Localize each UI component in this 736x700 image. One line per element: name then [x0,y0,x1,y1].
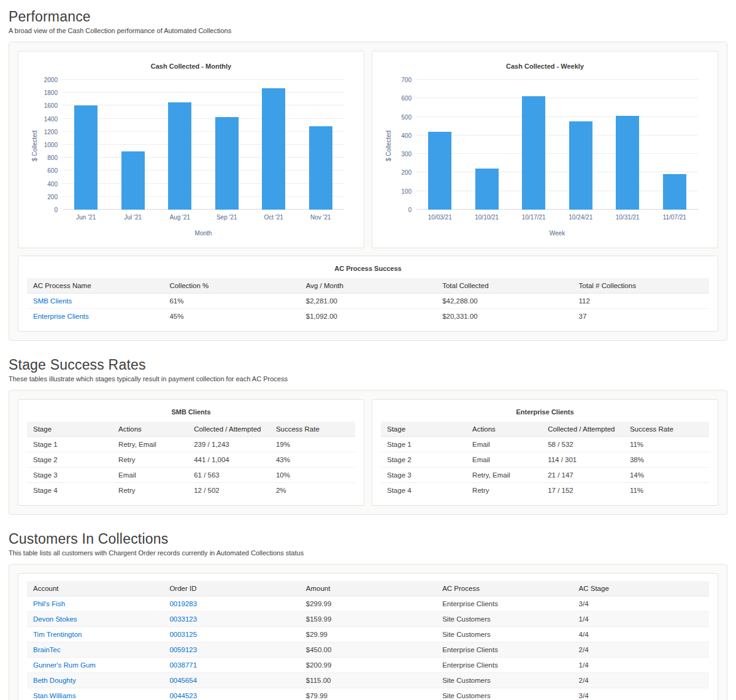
table-cell: 239 / 1,243 [188,437,270,452]
table-row: Gunner's Rum Gum0038771$200.99Enterprise… [27,658,709,673]
table-cell: Enterprise Clients [436,658,572,673]
table-cell: $200.99 [300,658,436,673]
table-cell: SMB Clients [27,294,163,309]
table-cell: 45% [163,309,299,324]
cell-link[interactable]: Tim Trentington [33,631,82,638]
x-tick-label: Aug '21 [156,214,203,221]
chart-title: Cash Collected - Monthly [27,59,355,70]
chart-plot-area: 0200400600800100012001400160018002000Jun… [63,80,344,210]
table-cell: 3/4 [573,688,709,700]
table-row: Stan Williams0044523$79.99Site Customers… [27,688,709,700]
table-cell: 0059123 [163,642,299,658]
bar[interactable] [121,151,145,210]
cell-link[interactable]: Devon Stokes [33,615,77,623]
cell-link[interactable]: 0003125 [169,631,197,638]
bar[interactable] [616,116,639,210]
bar[interactable] [74,105,98,210]
table-cell: Retry, Email [466,468,542,483]
dashboard-page: Performance A broad view of the Cash Col… [0,0,736,700]
bar[interactable] [215,117,239,210]
table-row: BrainTec0059123$450.00Enterprise Clients… [27,642,709,658]
x-tick-label: Nov '21 [297,214,344,221]
table-cell: Phil's Fish [27,596,163,612]
cell-link[interactable]: Stan Williams [33,692,76,699]
bar[interactable] [309,126,332,210]
table-cell: 112 [573,294,709,309]
bar-slot [558,80,604,210]
table-cell: Stage 4 [27,483,112,498]
table-cell: Stage 2 [381,452,466,468]
y-tick-label: 600 [386,95,412,102]
cell-link[interactable]: 0059123 [169,646,197,653]
smb-clients-title: SMB Clients [27,407,355,422]
cell-link[interactable]: 0045654 [169,677,197,684]
cell-link[interactable]: 0033123 [169,615,197,623]
bar[interactable] [475,169,499,210]
table-cell: Site Customers [436,627,572,642]
table-cell: 441 / 1,004 [188,452,270,468]
bar[interactable] [428,132,451,210]
x-tick-label: 10/31/21 [604,214,651,221]
column-header: Stage [27,422,112,437]
cell-link[interactable]: Enterprise Clients [33,313,89,320]
cell-link[interactable]: BrainTec [33,646,61,653]
chart-title: Cash Collected - Weekly [381,59,709,70]
column-header: Success Rate [270,422,355,437]
table-cell: Tim Trentington [27,627,163,642]
table-cell: 17 / 152 [542,483,624,498]
y-tick-label: 200 [386,169,412,176]
y-tick-label: 0 [386,207,412,213]
table-cell: Site Customers [436,612,572,627]
bar-slot [651,80,698,210]
charts-row: Cash Collected - Monthly0200400600800100… [18,51,718,248]
column-header: Avg / Month [300,278,436,294]
table-cell: 21 / 147 [542,468,624,483]
table-cell: Stage 2 [27,452,112,468]
table-cell: 12 / 502 [188,483,270,498]
cell-link[interactable]: Phil's Fish [33,600,65,607]
cell-link[interactable]: 0038771 [169,661,197,669]
table-cell: Stage 3 [381,468,466,483]
table-row: Enterprise Clients45%$1,092.00$20,331.00… [27,309,709,324]
table-cell: Stage 1 [381,437,466,452]
table-cell: 11% [624,437,709,452]
table-cell: Stage 4 [381,483,466,498]
column-header: Collected / Attempted [188,422,270,437]
enterprise-clients-title: Enterprise Clients [381,407,709,422]
table-cell: Stan Williams [27,688,163,700]
cell-link[interactable]: 0044523 [169,692,197,699]
x-tick-label: 10/17/21 [510,214,557,221]
table-cell: 0038771 [163,658,299,673]
bar[interactable] [522,96,545,210]
bar-slot [250,80,297,210]
table-cell: Enterprise Clients [436,642,572,658]
smb-clients-table: StageActionsCollected / AttemptedSuccess… [27,422,355,498]
bar-slot [604,80,651,210]
bar[interactable] [663,174,686,210]
y-tick-label: 400 [32,180,58,187]
customers-panel: AccountOrder IDAmountAC ProcessAC StageP… [9,564,727,700]
cell-link[interactable]: Beth Doughty [33,677,76,684]
bar-slot [204,80,250,210]
bar[interactable] [168,102,191,210]
table-header-row: StageActionsCollected / AttemptedSuccess… [381,422,709,437]
table-cell: Retry [112,452,188,468]
data-table: AccountOrder IDAmountAC ProcessAC StageP… [27,581,709,700]
table-cell: 1/4 [573,612,709,627]
table-cell: Email [112,468,188,483]
column-header: Stage [381,422,466,437]
cell-link[interactable]: SMB Clients [33,297,72,305]
table-row: Stage 2Email114 / 30138% [381,452,709,468]
cell-link[interactable]: 0019283 [169,600,197,607]
bar-slot [297,80,344,210]
monthly-chart-card: Cash Collected - Monthly0200400600800100… [18,51,364,248]
y-axis-title: $ Collected [385,131,392,161]
bar[interactable] [569,121,592,210]
table-row: Stage 2Retry441 / 1,00443% [27,452,355,468]
table-cell: $29.99 [300,627,436,642]
table-cell: 2% [270,483,355,498]
bar[interactable] [262,88,285,210]
table-cell: Retry, Email [112,437,188,452]
cell-link[interactable]: Gunner's Rum Gum [33,661,96,669]
bar-slot [109,80,156,210]
